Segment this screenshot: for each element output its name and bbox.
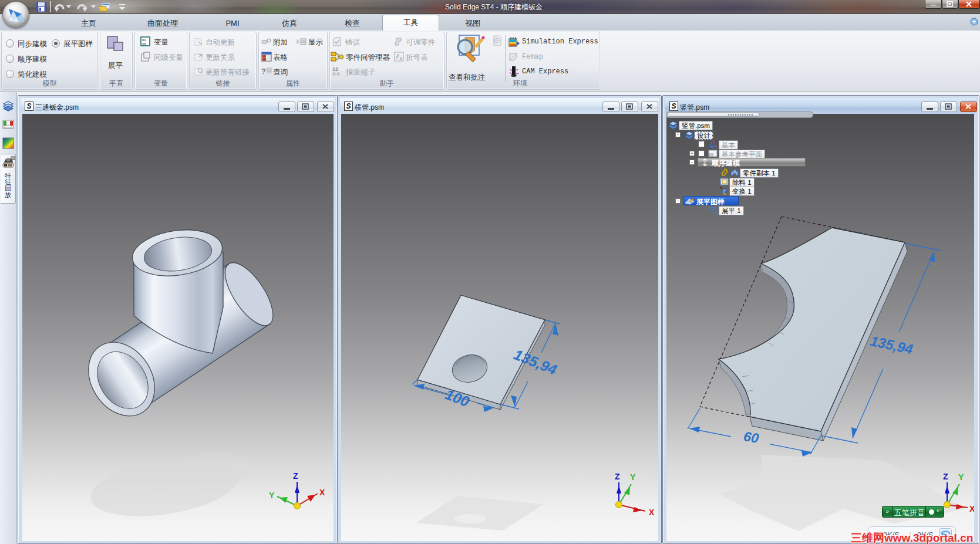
svg-text:Y: Y xyxy=(269,491,275,500)
svg-text:Z: Z xyxy=(615,472,620,481)
svg-text:60: 60 xyxy=(742,428,760,446)
svg-text:Y: Y xyxy=(630,472,636,482)
svg-text:?: ? xyxy=(261,67,266,76)
svg-text:Z: Z xyxy=(943,472,948,481)
svg-text:X: X xyxy=(319,488,325,497)
svg-text:Z: Z xyxy=(293,471,298,481)
svg-text:x1: x1 xyxy=(142,38,146,42)
svg-text:135,94: 135,94 xyxy=(869,333,914,357)
svg-text:12: 12 xyxy=(332,66,338,72)
svg-text:x2: x2 xyxy=(142,42,146,46)
svg-text:x: x xyxy=(715,144,717,148)
svg-text:X: X xyxy=(969,504,974,513)
svg-text:X: X xyxy=(649,508,655,517)
svg-text:Y: Y xyxy=(958,472,964,482)
svg-text:x: x xyxy=(713,140,715,144)
